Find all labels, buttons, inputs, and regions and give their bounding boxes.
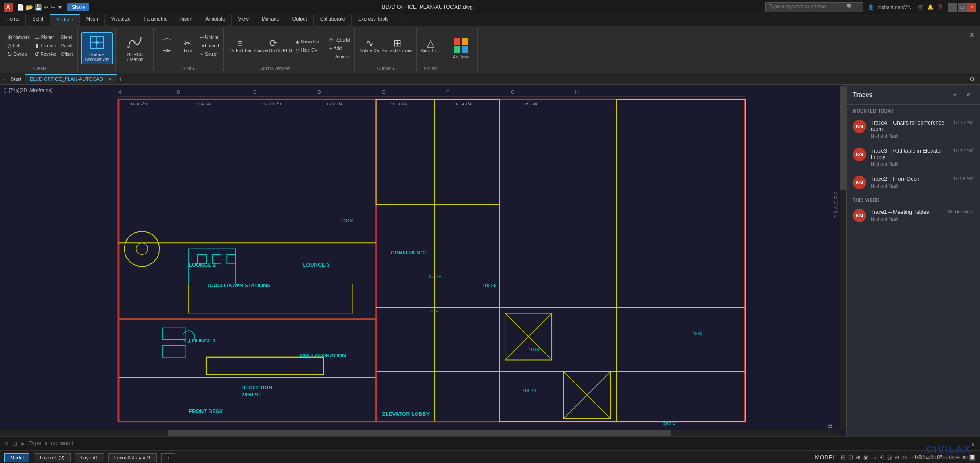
spline-cv-label: Spline CV	[359, 48, 379, 53]
trace-item-4[interactable]: NN Trace4 – Chairs for conference room N…	[847, 115, 980, 143]
tab-annotate[interactable]: Annotate	[199, 14, 232, 26]
undo-icon[interactable]: ↩	[44, 4, 49, 11]
trans-icon[interactable]: ⊕	[895, 454, 900, 461]
extrude-button[interactable]: ⬆ Extrude	[33, 42, 58, 50]
status-layout2-tab[interactable]: Layout2-Layout1	[108, 453, 157, 462]
blend-button[interactable]: Blend	[59, 33, 75, 42]
minimize-button[interactable]: —	[948, 3, 957, 12]
trim-button[interactable]: ✂ Trim	[178, 33, 197, 59]
save-icon[interactable]: 💾	[35, 4, 42, 11]
ribbon-collapse-button[interactable]: ✕	[967, 29, 977, 40]
auto-tri-button[interactable]: △ Auto Tri...	[420, 33, 441, 59]
tab-view[interactable]: View	[232, 14, 255, 26]
status-layout1-2-tab[interactable]: Layout1 (2)	[34, 453, 71, 462]
grid-icon[interactable]: ⊞	[841, 454, 846, 461]
tab-manage[interactable]: Manage	[255, 14, 286, 26]
linewt-icon[interactable]: ◎	[887, 454, 892, 461]
planar-button[interactable]: ▭ Planar	[33, 33, 58, 42]
trace-item-2[interactable]: NN Trace2 – Front Desk Nishant Naik 10:0…	[847, 171, 980, 194]
vertical-scrollbar[interactable]	[840, 85, 846, 430]
loft-button[interactable]: ◇ Loft	[5, 42, 32, 50]
bell-icon[interactable]: 🔔	[927, 4, 934, 10]
svg-text:B: B	[177, 90, 180, 95]
revolve-button[interactable]: ↺ Revolve	[33, 50, 58, 58]
untrim-button[interactable]: ↩ Untrim	[198, 33, 221, 42]
new-file-icon[interactable]: 📄	[17, 4, 24, 11]
tab-more[interactable]: ···	[395, 14, 412, 26]
tab-express-tools[interactable]: Express Tools	[352, 14, 395, 26]
add-button[interactable]: + Add	[328, 44, 352, 52]
tab-start[interactable]: Start	[6, 75, 25, 83]
status-model-tab[interactable]: Model	[4, 453, 29, 462]
osnap-icon[interactable]: ↔	[871, 454, 877, 461]
otrack-icon[interactable]: ⟲	[880, 454, 884, 461]
traces-close-icon[interactable]: ×	[963, 89, 974, 100]
offset-button[interactable]: Offset	[59, 50, 75, 58]
add-tab-button[interactable]: +	[118, 75, 122, 83]
redo-icon[interactable]: ↪	[50, 4, 55, 11]
open-file-icon[interactable]: 📂	[26, 4, 33, 11]
view-label: [-][Top][2D Wireframe]	[4, 88, 53, 93]
tab-insert[interactable]: Insert	[174, 14, 200, 26]
maximize-button[interactable]: □	[958, 3, 967, 12]
tab-close-icon[interactable]: ✕	[108, 76, 112, 82]
convert-to-nurbs-button[interactable]: ⟳ Convert to NURBS	[254, 33, 293, 59]
horizontal-scrollbar[interactable]	[0, 430, 839, 436]
trace-item-3[interactable]: NN Trace3 – Add table in Elevator Lobby …	[847, 143, 980, 171]
sweep-button[interactable]: ↻ Sweep	[5, 50, 32, 58]
tab-visualize[interactable]: Visualize	[105, 14, 138, 26]
svg-rect-54	[206, 357, 323, 375]
tab-output[interactable]: Output	[286, 14, 314, 26]
canvas-area[interactable]: [-][Top][2D Wireframe] A B C D E F G H	[0, 85, 846, 436]
svg-text:D: D	[317, 90, 321, 95]
project-group-label: Project	[420, 65, 441, 71]
cv-edit-bar-button[interactable]: ≡ CV Edit Bar	[227, 33, 252, 59]
network-button[interactable]: ⊞ Network	[5, 33, 32, 42]
tab-parametric[interactable]: Parametric	[137, 14, 174, 26]
cmd-icon-1[interactable]: ✕	[4, 441, 9, 447]
tab-mesh[interactable]: Mesh	[80, 14, 105, 26]
spline-cv-button[interactable]: ∿ Spline CV	[359, 33, 380, 59]
rebuild-button[interactable]: ⟳ Rebuild	[328, 36, 352, 44]
hide-cv-button[interactable]: ◎ Hide CV	[294, 46, 321, 54]
layout-settings-icon[interactable]: ⚙	[967, 74, 977, 84]
cart-icon[interactable]: 🛒	[917, 4, 924, 10]
fillet-button[interactable]: ⌒ Fillet	[157, 33, 177, 59]
patch-button[interactable]: Patch	[59, 42, 75, 50]
svg-text:45SF: 45SF	[692, 331, 704, 336]
more-icon[interactable]: ▼	[57, 4, 63, 11]
status-layout1-tab[interactable]: Layout1	[75, 453, 104, 462]
polar-icon[interactable]: ◉	[863, 454, 868, 461]
nurbs-creation-button[interactable]: NURBSCreation	[119, 32, 150, 64]
tab-blvd[interactable]: BLVD OFFICE_PLAN-AUTOCAD* ✕	[25, 74, 117, 83]
tabs-bar: ‹ Start BLVD OFFICE_PLAN-AUTOCAD* ✕ + ⚙	[0, 73, 980, 85]
command-input[interactable]	[29, 441, 970, 447]
ortho-icon[interactable]: ⊕	[856, 454, 861, 461]
tab-home[interactable]: Home	[0, 14, 26, 26]
remove-button[interactable]: − Remove	[328, 53, 352, 61]
tab-collaborate[interactable]: Collaborate	[314, 14, 352, 26]
extract-isolines-button[interactable]: ⊞ Extract Isolines	[381, 33, 413, 59]
back-arrow-icon[interactable]: ‹	[3, 76, 4, 82]
extend-button[interactable]: ⇥ Extend	[198, 42, 221, 50]
search-box[interactable]: 🔍	[765, 2, 863, 12]
show-cv-button[interactable]: ◉ Show CV	[294, 38, 321, 46]
extrude-label: Extrude	[41, 43, 56, 48]
traces-back-icon[interactable]: «	[950, 89, 960, 100]
cmd-icon-2[interactable]: ⊡	[13, 441, 17, 447]
planar-icon: ▭	[34, 34, 40, 41]
help-icon[interactable]: ❓	[937, 4, 943, 10]
close-button[interactable]: ✕	[967, 3, 976, 12]
canvas-settings-icon[interactable]: ⊞	[827, 422, 833, 429]
snap-icon[interactable]: ⊡	[848, 454, 853, 461]
share-button[interactable]: Share	[67, 3, 89, 11]
tab-surface[interactable]: Surface	[50, 14, 80, 26]
add-layout-button[interactable]: +	[161, 453, 175, 462]
tab-solid[interactable]: Solid	[26, 14, 50, 26]
trace-item-1[interactable]: NN Trace1 – Meeting Tables Nishant Naik …	[847, 204, 980, 227]
surface-associativity-button[interactable]: SurfaceAssociativity	[81, 32, 113, 64]
search-input[interactable]	[769, 4, 845, 9]
sculpt-button[interactable]: ✦ Sculpt	[198, 50, 221, 58]
ribbon-tabs: Home Solid Surface Mesh Visualize Parame…	[0, 14, 980, 26]
analysis-button[interactable]: Analysis	[448, 32, 475, 64]
